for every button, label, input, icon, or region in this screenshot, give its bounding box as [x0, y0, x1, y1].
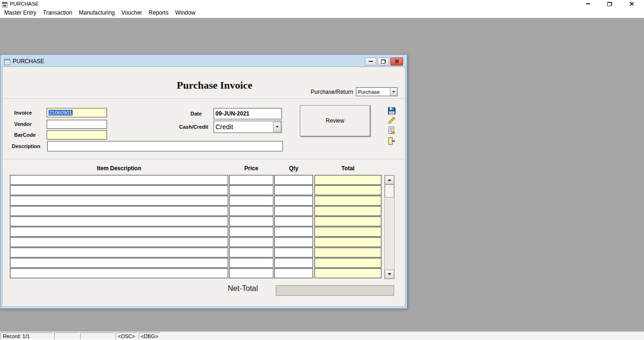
- qty-cell[interactable]: [274, 237, 313, 247]
- qty-cell[interactable]: [274, 206, 313, 216]
- menu-voucher[interactable]: Voucher: [118, 8, 145, 17]
- barcode-field[interactable]: [47, 130, 107, 140]
- edit-pencil-icon[interactable]: [387, 116, 396, 125]
- arrow-down-icon: [388, 273, 391, 275]
- total-cell[interactable]: [314, 237, 381, 247]
- total-cell[interactable]: [314, 206, 381, 216]
- price-cell[interactable]: [229, 248, 273, 257]
- minimize-icon: [586, 3, 590, 4]
- window-close-button[interactable]: [390, 58, 403, 66]
- qty-cell[interactable]: [274, 216, 313, 226]
- purchase-return-group: Purchase/Return Purchase: [311, 87, 397, 96]
- purchase-return-select[interactable]: Purchase: [356, 87, 397, 96]
- price-cell[interactable]: [229, 268, 273, 278]
- total-cell[interactable]: [314, 268, 381, 278]
- osc-indicator: <OSC>: [116, 332, 138, 340]
- date-field[interactable]: 09-JUN-2021: [214, 108, 282, 119]
- qty-cell[interactable]: [274, 248, 313, 257]
- app-restore-button[interactable]: [599, 0, 620, 8]
- total-cell[interactable]: [314, 227, 381, 237]
- qty-cell[interactable]: [274, 227, 313, 237]
- window-title: PURCHASE: [13, 58, 44, 65]
- item-description-cell[interactable]: [10, 227, 228, 237]
- app-minimize-button[interactable]: [577, 0, 599, 8]
- description-label: Description: [12, 143, 41, 149]
- qty-cell[interactable]: [274, 258, 313, 268]
- app-icon: [2, 1, 8, 7]
- net-total-label: Net-Total: [228, 284, 258, 293]
- window-controls: [365, 58, 405, 66]
- qty-cell[interactable]: [274, 185, 313, 195]
- description-field[interactable]: [47, 141, 283, 151]
- item-description-cell[interactable]: [10, 248, 228, 257]
- purchase-window-titlebar[interactable]: PURCHASE: [2, 56, 405, 66]
- cash-credit-select[interactable]: Credit: [214, 121, 282, 133]
- total-cell[interactable]: [314, 196, 381, 206]
- item-description-cell[interactable]: [10, 175, 228, 185]
- exit-icon[interactable]: [387, 136, 396, 145]
- column-header-item-description: Item Description: [10, 163, 228, 174]
- app-close-button[interactable]: [620, 0, 642, 8]
- restore-icon: [607, 2, 612, 6]
- statusbar: Record: 1/1 <OSC> <DBG>: [0, 332, 644, 340]
- item-description-cell[interactable]: [10, 185, 228, 195]
- vendor-field[interactable]: [47, 120, 107, 129]
- price-cell[interactable]: [229, 196, 273, 206]
- table-row: [10, 248, 381, 258]
- close-icon: [395, 59, 399, 64]
- item-description-cell[interactable]: [10, 206, 228, 216]
- menu-window[interactable]: Window: [172, 8, 198, 17]
- menu-reports[interactable]: Reports: [145, 8, 172, 17]
- status-segment: [54, 332, 79, 340]
- table-row: [10, 268, 381, 279]
- scroll-down-button[interactable]: [385, 270, 394, 279]
- window-minimize-button[interactable]: [365, 58, 376, 66]
- price-cell[interactable]: [229, 216, 273, 226]
- app-titlebar: PURCHASE: [0, 0, 644, 8]
- scrollbar-thumb[interactable]: [385, 184, 394, 198]
- total-cell[interactable]: [314, 216, 381, 226]
- review-button[interactable]: Review: [300, 105, 370, 136]
- column-header-price: Price: [229, 163, 273, 174]
- window-restore-button[interactable]: [378, 58, 389, 66]
- save-icon[interactable]: [387, 106, 396, 115]
- menu-master-entry[interactable]: Master Entry: [1, 8, 40, 17]
- table-row: [10, 216, 381, 227]
- qty-cell[interactable]: [274, 175, 313, 185]
- scroll-up-button[interactable]: [385, 175, 394, 184]
- total-cell[interactable]: [314, 258, 381, 268]
- dropdown-button[interactable]: [390, 88, 397, 96]
- restore-icon: [381, 59, 386, 64]
- report-print-icon[interactable]: [387, 126, 396, 135]
- invoice-field[interactable]: 21060901: [47, 108, 107, 117]
- date-value: 09-JUN-2021: [215, 110, 249, 117]
- price-cell[interactable]: [229, 237, 273, 247]
- arrow-up-icon: [388, 179, 391, 181]
- price-cell[interactable]: [229, 206, 273, 216]
- price-cell[interactable]: [229, 185, 273, 195]
- item-description-cell[interactable]: [10, 268, 228, 278]
- item-description-cell[interactable]: [10, 237, 228, 247]
- total-cell[interactable]: [314, 248, 381, 257]
- qty-cell[interactable]: [274, 268, 313, 278]
- qty-cell[interactable]: [274, 196, 313, 206]
- app-title: PURCHASE: [10, 1, 39, 7]
- price-cell[interactable]: [229, 175, 273, 185]
- status-segment: [80, 332, 115, 340]
- purchase-window: PURCHASE Purchase Invoice Purchase/Retur…: [0, 54, 407, 309]
- grid-vertical-scrollbar[interactable]: [384, 175, 395, 279]
- purchase-return-value: Purchase: [356, 88, 390, 96]
- item-description-cell[interactable]: [10, 258, 228, 268]
- item-description-cell[interactable]: [10, 216, 228, 226]
- menu-manufacturing[interactable]: Manufacturing: [75, 8, 118, 17]
- menu-transaction[interactable]: Transaction: [40, 8, 75, 17]
- price-cell[interactable]: [229, 227, 273, 237]
- date-label: Date: [190, 111, 202, 116]
- item-description-cell[interactable]: [10, 196, 228, 206]
- invoice-label: Invoice: [14, 110, 32, 116]
- total-cell[interactable]: [314, 185, 381, 195]
- dropdown-button[interactable]: [273, 122, 281, 132]
- price-cell[interactable]: [229, 258, 273, 268]
- table-row: [10, 175, 381, 185]
- total-cell[interactable]: [314, 175, 381, 185]
